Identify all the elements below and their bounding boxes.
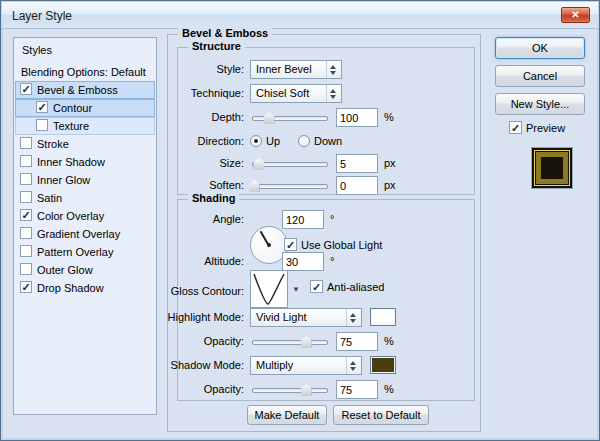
style-select-value: Inner Bevel (256, 63, 312, 75)
titlebar: Layer Style ✕ (2, 2, 598, 29)
highlight-opacity-label: Opacity: (204, 332, 244, 351)
altitude-unit: ° (330, 252, 334, 271)
anti-aliased-checkbox[interactable]: ✓ (310, 280, 323, 293)
angle-hub-icon (267, 243, 271, 247)
sidebar-item-outer-glow[interactable]: Outer Glow (15, 261, 155, 279)
highlight-mode-value: Vivid Light (256, 311, 307, 323)
style-preview-thumbnail (531, 147, 573, 189)
layer-style-dialog: Layer Style ✕ Styles Blending Options: D… (0, 0, 600, 441)
style-select[interactable]: Inner Bevel (250, 60, 342, 79)
sidebar-item-label: Bevel & Emboss (37, 84, 118, 96)
use-global-light-label: Use Global Light (301, 238, 382, 252)
shadow-opacity-input[interactable] (336, 380, 378, 399)
shadow-opacity-slider[interactable] (252, 388, 328, 393)
bevel-emboss-group-title: Bevel & Emboss (178, 27, 272, 39)
sidebar-item-label: Inner Glow (37, 174, 90, 186)
combo-arrows-icon (346, 309, 359, 326)
sidebar-item-contour[interactable]: ✓Contour (15, 99, 155, 117)
shadow-opacity-unit: % (384, 380, 394, 399)
highlight-mode-select[interactable]: Vivid Light (250, 308, 362, 327)
checked-checkbox-icon[interactable]: ✓ (20, 281, 32, 293)
unchecked-checkbox-icon[interactable] (20, 137, 32, 149)
sidebar-item-inner-shadow[interactable]: Inner Shadow (15, 153, 155, 171)
checked-checkbox-icon[interactable]: ✓ (20, 83, 32, 95)
unchecked-checkbox-icon[interactable] (20, 245, 32, 257)
direction-down-radio[interactable] (298, 135, 310, 147)
shadow-color-swatch[interactable] (370, 356, 396, 374)
reset-to-default-button[interactable]: Reset to Default (333, 405, 429, 425)
unchecked-checkbox-icon[interactable] (36, 119, 48, 131)
shadow-opacity-slider-thumb[interactable] (301, 384, 312, 396)
sidebar-item-label: Outer Glow (37, 264, 93, 276)
unchecked-checkbox-icon[interactable] (20, 227, 32, 239)
sidebar-item-label: Contour (53, 102, 92, 114)
sidebar-item-texture[interactable]: Texture (15, 117, 155, 135)
sidebar-item-label: Drop Shadow (37, 282, 104, 294)
new-style-button[interactable]: New Style... (495, 93, 585, 115)
sidebar-item-label: Pattern Overlay (37, 246, 113, 258)
combo-arrows-icon (346, 357, 359, 374)
ok-button[interactable]: OK (495, 37, 585, 59)
soften-slider[interactable] (252, 184, 328, 189)
depth-label: Depth: (212, 108, 244, 127)
depth-unit: % (384, 108, 394, 127)
make-default-button[interactable]: Make Default (247, 405, 327, 425)
technique-label: Technique: (191, 84, 244, 103)
size-label: Size: (220, 154, 244, 173)
unchecked-checkbox-icon[interactable] (20, 191, 32, 203)
sidebar-item-blending-options-default[interactable]: Blending Options: Default (15, 63, 155, 81)
use-global-light-checkbox[interactable]: ✓ (284, 238, 297, 251)
direction-up-radio[interactable] (250, 135, 262, 147)
sidebar-item-drop-shadow[interactable]: ✓Drop Shadow (15, 279, 155, 297)
sidebar-item-pattern-overlay[interactable]: Pattern Overlay (15, 243, 155, 261)
gloss-contour-label: Gloss Contour: (171, 282, 244, 301)
angle-label: Angle: (213, 210, 244, 229)
sidebar-item-inner-glow[interactable]: Inner Glow (15, 171, 155, 189)
direction-down-label: Down (314, 134, 342, 148)
style-label: Style: (216, 60, 244, 79)
styles-list: Blending Options: Default✓Bevel & Emboss… (15, 63, 155, 297)
sidebar-item-satin[interactable]: Satin (15, 189, 155, 207)
shadow-mode-label: Shadow Mode: (171, 356, 244, 375)
sidebar-item-label: Texture (53, 120, 89, 132)
sidebar-item-label: Satin (37, 192, 62, 204)
sidebar-item-label: Inner Shadow (37, 156, 105, 168)
preview-checkbox[interactable]: ✓ (509, 121, 522, 134)
gloss-contour-arrow-icon[interactable]: ▼ (289, 270, 303, 308)
soften-input[interactable] (336, 176, 378, 195)
unchecked-checkbox-icon[interactable] (20, 173, 32, 185)
highlight-opacity-slider[interactable] (252, 340, 328, 345)
shading-group: Shading Angle: ° ✓ Use Global Light Alti… (177, 199, 475, 401)
size-input[interactable] (336, 154, 378, 173)
checked-checkbox-icon[interactable]: ✓ (36, 101, 48, 113)
shadow-mode-select[interactable]: Multiply (250, 356, 362, 375)
technique-select[interactable]: Chisel Soft (250, 84, 342, 103)
combo-arrows-icon (326, 85, 339, 102)
soften-slider-thumb[interactable] (249, 180, 260, 192)
sidebar-item-label: Gradient Overlay (37, 228, 120, 240)
structure-group-title: Structure (188, 40, 245, 52)
highlight-opacity-slider-thumb[interactable] (301, 336, 312, 348)
depth-slider[interactable] (252, 116, 328, 121)
highlight-opacity-input[interactable] (336, 332, 378, 351)
gloss-contour-picker[interactable] (250, 270, 288, 308)
sidebar-item-color-overlay[interactable]: ✓Color Overlay (15, 207, 155, 225)
sidebar-item-stroke[interactable]: Stroke (15, 135, 155, 153)
size-slider[interactable] (252, 162, 328, 167)
cancel-button[interactable]: Cancel (495, 65, 585, 87)
depth-slider-thumb[interactable] (264, 112, 275, 124)
window-title: Layer Style (12, 9, 72, 23)
close-icon[interactable]: ✕ (561, 7, 590, 23)
contour-curve-icon (251, 271, 287, 307)
angle-input[interactable] (282, 210, 324, 229)
sidebar-item-gradient-overlay[interactable]: Gradient Overlay (15, 225, 155, 243)
preview-label: Preview (526, 121, 565, 135)
checked-checkbox-icon[interactable]: ✓ (20, 209, 32, 221)
unchecked-checkbox-icon[interactable] (20, 263, 32, 275)
unchecked-checkbox-icon[interactable] (20, 155, 32, 167)
depth-input[interactable] (336, 108, 378, 127)
altitude-input[interactable] (282, 252, 324, 271)
size-slider-thumb[interactable] (253, 158, 264, 170)
sidebar-item-bevel-emboss[interactable]: ✓Bevel & Emboss (15, 81, 155, 99)
highlight-color-swatch[interactable] (370, 308, 396, 326)
